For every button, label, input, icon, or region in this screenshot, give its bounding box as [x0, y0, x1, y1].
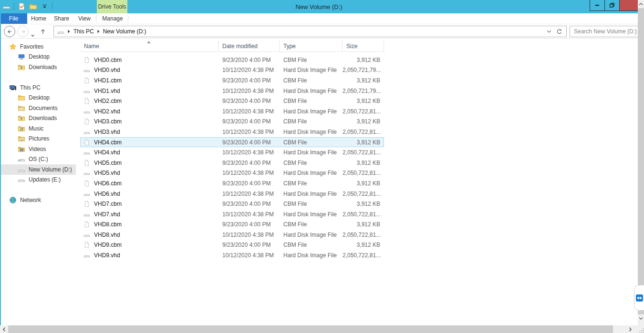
scroll-left-button[interactable]: [0, 325, 8, 333]
file-name: VHD4.cbm: [94, 139, 122, 146]
file-row-vhd3-cbm[interactable]: VHD3.cbm9/23/2020 4:00 PMCBM File3,912 K…: [80, 117, 384, 127]
navigation-pane: FavoritesDesktopDownloadsThis PCDesktopD…: [1, 39, 76, 325]
remote-tool-tab[interactable]: [634, 285, 644, 311]
up-button[interactable]: [39, 28, 47, 37]
file-row-vhd8-cbm[interactable]: VHD8.cbm9/23/2020 4:00 PMCBM File3,912 K…: [80, 220, 384, 230]
drive-icon: [57, 28, 64, 35]
file-row-vhd7-cbm[interactable]: VHD7.cbm9/23/2020 4:00 PMCBM File3,912 K…: [80, 199, 384, 209]
sidebar-item-os-c[interactable]: OS (C:): [1, 154, 76, 165]
hard-disk-icon: [83, 129, 90, 135]
file-name-cell: VHD5.cbm: [80, 160, 218, 166]
file-name: VHD2.cbm: [94, 98, 122, 104]
sidebar-section-favorites[interactable]: Favorites: [1, 41, 76, 52]
sidebar-gap: [1, 185, 76, 195]
folder-icon[interactable]: [29, 2, 37, 10]
file-row-vhd6-vhd[interactable]: VHD6.vhd10/12/2020 4:38 PMHard Disk Imag…: [80, 189, 384, 199]
date-modified-cell: 9/23/2020 4:00 PM: [218, 77, 280, 84]
restore-icon: [609, 2, 615, 9]
date-modified-cell: 9/23/2020 4:00 PM: [218, 98, 280, 104]
file-row-vhd3-vhd[interactable]: VHD3.vhd10/12/2020 4:38 PMHard Disk Imag…: [80, 127, 384, 137]
column-header-date-modified[interactable]: Date modified: [218, 40, 280, 51]
resize-grip[interactable]: [638, 325, 644, 333]
size-cell: 3,912 KB: [343, 242, 384, 248]
sidebar-item-downloads[interactable]: Downloads: [1, 113, 76, 124]
file-row-vhd0-vhd[interactable]: VHD0.vhd10/12/2020 4:38 PMHard Disk Imag…: [80, 65, 384, 76]
breadcrumb-arrow-icon: [97, 30, 100, 33]
sidebar-section-network[interactable]: Network: [1, 195, 76, 206]
tab-share[interactable]: Share: [50, 13, 73, 24]
file-name: VHD0.vhd: [94, 67, 120, 73]
size-cell: 3,912 KB: [343, 201, 384, 207]
back-button[interactable]: [4, 26, 15, 37]
breadcrumb-segment-this-pc[interactable]: This PC: [73, 28, 94, 35]
file-name-cell: VHD3.vhd: [80, 129, 218, 135]
column-header-size[interactable]: Size: [343, 40, 384, 51]
address-bar[interactable]: This PC New Volume (D:): [53, 26, 567, 37]
refresh-button[interactable]: [556, 29, 562, 35]
restore-button[interactable]: [604, 0, 620, 11]
file-row-vhd7-vhd[interactable]: VHD7.vhd10/12/2020 4:38 PMHard Disk Imag…: [80, 209, 384, 220]
sidebar-item-pictures[interactable]: Pictures: [1, 134, 76, 144]
file-row-vhd0-cbm[interactable]: VHD0.cbm9/23/2020 4:00 PMCBM File3,912 K…: [80, 55, 384, 65]
vertical-scrollbar[interactable]: [638, 0, 644, 325]
monitor-icon: [18, 53, 25, 61]
sidebar-item-downloads[interactable]: Downloads: [1, 62, 76, 72]
tab-manage[interactable]: Manage: [97, 13, 128, 24]
tab-file[interactable]: File: [0, 13, 27, 24]
sidebar-item-new-volume-d[interactable]: New Volume (D:): [1, 164, 76, 175]
forward-button[interactable]: [17, 26, 29, 37]
column-header-type[interactable]: Type: [280, 40, 343, 51]
file-name: VHD6.vhd: [94, 191, 120, 197]
breadcrumb-segment-new-volume[interactable]: New Volume (D:): [103, 28, 146, 35]
file-row-vhd1-cbm[interactable]: VHD1.cbm9/23/2020 4:00 PMCBM File3,912 K…: [80, 75, 384, 86]
file-row-vhd8-vhd[interactable]: VHD8.vhd10/12/2020 4:38 PMHard Disk Imag…: [80, 230, 384, 240]
type-cell: Hard Disk Image File: [280, 170, 343, 176]
tab-home[interactable]: Home: [27, 13, 50, 24]
size-cell: 3,912 KB: [343, 160, 384, 166]
vertical-scroll-thumb[interactable]: [638, 8, 644, 314]
size-cell: 2,050,722,81...: [343, 191, 384, 197]
sidebar-item-label: New Volume (D:): [29, 166, 72, 173]
sidebar-item-videos[interactable]: Videos: [1, 144, 76, 154]
sidebar-item-updates-e[interactable]: Updates (E:): [1, 175, 76, 185]
scroll-right-button[interactable]: [626, 325, 634, 333]
file-row-vhd1-vhd[interactable]: VHD1.vhd10/12/2020 4:38 PMHard Disk Imag…: [80, 86, 384, 96]
sidebar-item-desktop[interactable]: Desktop: [1, 52, 76, 62]
hard-disk-icon: [83, 149, 90, 156]
minimize-button[interactable]: [590, 0, 605, 11]
file-row-vhd4-cbm[interactable]: VHD4.cbm9/23/2020 4:00 PMCBM File3,912 K…: [80, 137, 384, 148]
horizontal-scroll-thumb[interactable]: [8, 325, 613, 333]
sidebar-item-label: Favorites: [20, 43, 43, 50]
file-row-vhd5-cbm[interactable]: VHD5.cbm9/23/2020 4:00 PMCBM File3,912 K…: [80, 158, 384, 168]
tab-view[interactable]: View: [73, 13, 96, 24]
file-row-vhd9-vhd[interactable]: VHD9.vhd10/12/2020 4:38 PMHard Disk Imag…: [80, 250, 384, 261]
date-modified-cell: 9/23/2020 4:00 PM: [218, 201, 280, 207]
size-cell: 2,050,722,81...: [343, 129, 384, 135]
file-icon: [83, 77, 90, 84]
sidebar-item-music[interactable]: Music: [1, 123, 76, 134]
file-row-vhd9-cbm[interactable]: VHD9.cbm9/23/2020 4:00 PMCBM File3,912 K…: [80, 240, 384, 251]
address-dropdown-button[interactable]: [547, 30, 551, 33]
type-cell: CBM File: [280, 221, 343, 228]
file-row-vhd4-vhd[interactable]: VHD4.vhd10/12/2020 4:38 PMHard Disk Imag…: [80, 147, 384, 158]
file-row-vhd2-cbm[interactable]: VHD2.cbm9/23/2020 4:00 PMCBM File3,912 K…: [80, 96, 384, 106]
recent-locations-dropdown[interactable]: [31, 30, 35, 39]
horizontal-scrollbar[interactable]: [0, 325, 638, 333]
file-name-cell: VHD9.vhd: [80, 252, 218, 259]
type-cell: CBM File: [280, 160, 343, 166]
grip-icon: [639, 328, 644, 333]
sidebar-item-documents[interactable]: Documents: [1, 103, 76, 113]
file-row-vhd2-vhd[interactable]: VHD2.vhd10/12/2020 4:38 PMHard Disk Imag…: [80, 106, 384, 117]
sidebar-item-desktop[interactable]: Desktop: [1, 93, 76, 103]
file-row-vhd6-cbm[interactable]: VHD6.cbm9/23/2020 4:00 PMCBM File3,912 K…: [80, 178, 384, 189]
type-cell: CBM File: [280, 201, 343, 207]
scroll-down-button[interactable]: [638, 314, 644, 323]
up-arrow-icon: [39, 28, 47, 35]
scroll-up-button[interactable]: [638, 0, 644, 8]
file-row-vhd5-vhd[interactable]: VHD5.vhd10/12/2020 4:38 PMHard Disk Imag…: [80, 168, 384, 179]
column-header-name[interactable]: Name: [80, 40, 218, 51]
sidebar-section-this-pc[interactable]: This PC: [1, 82, 76, 93]
properties-check-icon[interactable]: [18, 2, 26, 10]
toolbar-dropdown-icon[interactable]: [41, 2, 49, 10]
search-input[interactable]: [570, 26, 642, 37]
